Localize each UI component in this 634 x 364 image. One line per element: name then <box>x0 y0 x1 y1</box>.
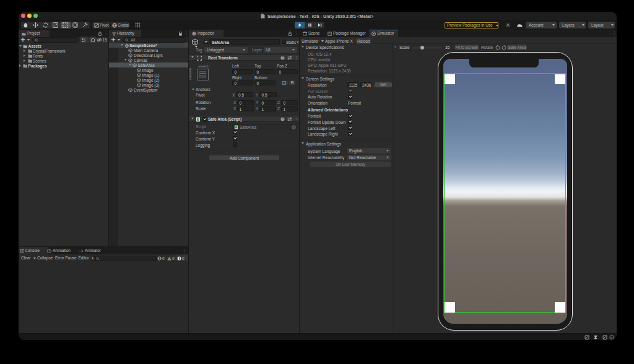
svg-text:#: # <box>198 118 199 121</box>
svg-text:?: ? <box>282 56 284 59</box>
svg-text:?: ? <box>282 117 284 121</box>
